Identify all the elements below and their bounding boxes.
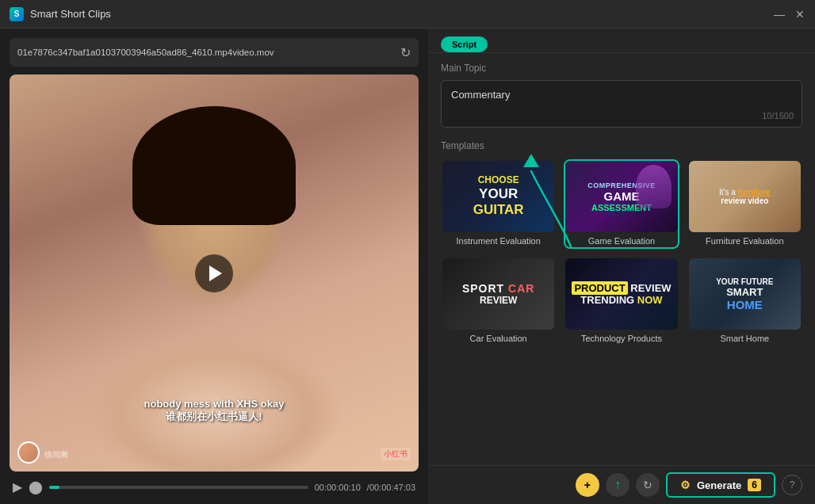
home-overlay: YOUR FUTURE SMART HOME bbox=[689, 258, 801, 330]
main-topic-label: Main Topic bbox=[441, 63, 802, 74]
title-bar: S Smart Short Clips — ✕ bbox=[0, 0, 815, 29]
tech-overlay: PRODUCT REVIEW TRENDING NOW bbox=[565, 258, 677, 330]
template-label-tech: Technology Products bbox=[565, 330, 677, 345]
template-label-furniture: Furniture Evaluation bbox=[689, 232, 801, 247]
car-overlay: SPORT CAR REVIEW bbox=[442, 258, 554, 330]
template-thumb-guitar: CHOOSE YOUR GUITAR bbox=[442, 161, 554, 232]
help-button[interactable]: ? bbox=[782, 475, 802, 495]
template-car-evaluation[interactable]: SPORT CAR REVIEW Car Evaluation bbox=[441, 257, 556, 346]
templates-section: Templates CHOOSE YOUR GUITAR Instrumen bbox=[428, 134, 815, 465]
car-review: REVIEW bbox=[462, 295, 534, 306]
video-subtitle: nobody mess with XHS okay 谁都别在小红书逼人! bbox=[144, 398, 285, 424]
templates-label: Templates bbox=[441, 140, 802, 151]
controls-bar: ▶ ⬤ 00:00:00:10 /00:00:47:03 bbox=[10, 479, 419, 494]
template-label-car: Car Evaluation bbox=[442, 330, 554, 345]
app-title: Smart Short Clips bbox=[30, 8, 111, 20]
platform-badge: 小红书 bbox=[381, 448, 411, 460]
furniture-overlay: It's a furniture review video bbox=[689, 161, 801, 232]
generate-count: 6 bbox=[748, 479, 761, 491]
time-current: 00:00:00:10 bbox=[315, 483, 361, 492]
topic-text: Commentary bbox=[451, 89, 510, 101]
guitar-overlay: CHOOSE YOUR GUITAR bbox=[442, 161, 554, 232]
generate-label: Generate bbox=[697, 479, 741, 491]
template-thumb-furniture: It's a furniture review video bbox=[689, 161, 801, 232]
play-pause-button[interactable]: ▶ bbox=[13, 479, 22, 494]
template-thumb-tech: PRODUCT REVIEW TRENDING NOW bbox=[565, 258, 677, 330]
guitar-guitar: GUITAR bbox=[473, 202, 524, 218]
template-label-game: Game Evaluation bbox=[565, 232, 677, 247]
template-smart-home[interactable]: YOUR FUTURE SMART HOME Smart Home bbox=[687, 257, 802, 346]
add-button[interactable]: + bbox=[576, 473, 599, 497]
right-panel: Script Main Topic Commentary 10/1500 Tem… bbox=[428, 29, 815, 504]
main-layout: 01e7876c347baf1a01037003946a50ad86_4610.… bbox=[0, 29, 815, 504]
template-instrument-evaluation[interactable]: CHOOSE YOUR GUITAR Instrument Evaluation bbox=[441, 159, 556, 249]
stop-button[interactable]: ⬤ bbox=[29, 479, 43, 494]
car-text: SPORT CAR REVIEW bbox=[462, 282, 534, 306]
car-car: CAR bbox=[508, 282, 534, 295]
char-count: 10/1500 bbox=[762, 111, 794, 120]
video-player: nobody mess with XHS okay 谁都别在小红书逼人! 徐闰阁… bbox=[10, 74, 419, 472]
refresh-file-button[interactable]: ↻ bbox=[400, 45, 411, 60]
app-icon: S bbox=[10, 7, 24, 21]
play-icon bbox=[209, 265, 222, 281]
template-label-home: Smart Home bbox=[689, 330, 801, 345]
generate-icon: ⚙ bbox=[680, 479, 691, 491]
avatar bbox=[17, 441, 40, 464]
furniture-its: It's a bbox=[719, 188, 738, 197]
subtitle-line2: 谁都别在小红书逼人! bbox=[144, 410, 285, 424]
video-hair bbox=[132, 106, 296, 225]
template-thumb-car: SPORT CAR REVIEW bbox=[442, 258, 554, 330]
tech-now: NOW bbox=[637, 294, 663, 306]
template-label-guitar: Instrument Evaluation bbox=[442, 232, 554, 247]
tech-text: PRODUCT REVIEW TRENDING NOW bbox=[572, 282, 671, 306]
refresh-button[interactable]: ↻ bbox=[636, 473, 660, 497]
title-bar-left: S Smart Short Clips bbox=[10, 7, 111, 21]
main-topic-section: Main Topic Commentary 10/1500 bbox=[428, 53, 815, 134]
top-section: Script bbox=[428, 29, 815, 53]
tech-trending: TRENDING NOW bbox=[572, 294, 671, 306]
tech-review-label: REVIEW bbox=[630, 282, 671, 294]
template-technology-products[interactable]: PRODUCT REVIEW TRENDING NOW Technology P… bbox=[564, 257, 679, 346]
progress-fill bbox=[49, 486, 59, 489]
script-tab[interactable]: Script bbox=[441, 36, 488, 52]
template-thumb-game: COMPREHENSIVE GAME ASSESSMENT bbox=[565, 161, 677, 232]
guitar-text: CHOOSE YOUR GUITAR bbox=[473, 174, 524, 218]
username-badge: 徐闰阁 bbox=[44, 449, 68, 460]
game-person bbox=[636, 165, 672, 208]
upload-button[interactable]: ↑ bbox=[606, 473, 629, 497]
home-smart: SMART bbox=[716, 286, 773, 298]
minimize-button[interactable]: — bbox=[774, 9, 785, 20]
close-button[interactable]: ✕ bbox=[794, 9, 805, 20]
furniture-word: furniture bbox=[738, 188, 771, 197]
templates-grid: CHOOSE YOUR GUITAR Instrument Evaluation bbox=[441, 159, 802, 346]
game-overlay: COMPREHENSIVE GAME ASSESSMENT bbox=[565, 161, 677, 232]
furniture-text: It's a furniture review video bbox=[719, 188, 771, 205]
furniture-review: review video bbox=[719, 197, 771, 205]
guitar-your: YOUR bbox=[473, 186, 524, 202]
tech-product-label: PRODUCT bbox=[572, 281, 627, 295]
subtitle-line1: nobody mess with XHS okay bbox=[144, 398, 285, 410]
title-bar-controls: — ✕ bbox=[774, 9, 805, 20]
home-text: YOUR FUTURE SMART HOME bbox=[716, 277, 773, 311]
home-home: HOME bbox=[716, 298, 773, 311]
home-your: YOUR FUTURE bbox=[716, 277, 773, 286]
file-name: 01e7876c347baf1a01037003946a50ad86_4610.… bbox=[17, 48, 394, 57]
progress-bar[interactable] bbox=[49, 486, 308, 489]
tech-product: PRODUCT REVIEW bbox=[572, 282, 671, 294]
left-panel: 01e7876c347baf1a01037003946a50ad86_4610.… bbox=[0, 29, 428, 504]
bottom-bar: + ↑ ↻ ⚙ Generate 6 ? bbox=[428, 465, 815, 504]
play-button[interactable] bbox=[195, 254, 233, 292]
template-thumb-home: YOUR FUTURE SMART HOME bbox=[689, 258, 801, 330]
template-furniture-evaluation[interactable]: It's a furniture review video Furniture … bbox=[687, 159, 802, 249]
guitar-choose: CHOOSE bbox=[473, 174, 524, 185]
car-sport: SPORT CAR bbox=[462, 282, 534, 295]
topic-input-area[interactable]: Commentary 10/1500 bbox=[441, 80, 802, 128]
generate-button[interactable]: ⚙ Generate 6 bbox=[666, 472, 775, 498]
time-total: /00:00:47:03 bbox=[367, 483, 415, 492]
tab-indicator: Script bbox=[441, 36, 802, 52]
template-game-evaluation[interactable]: COMPREHENSIVE GAME ASSESSMENT Game Evalu… bbox=[564, 159, 679, 249]
file-bar: 01e7876c347baf1a01037003946a50ad86_4610.… bbox=[10, 38, 419, 67]
video-background: nobody mess with XHS okay 谁都别在小红书逼人! 徐闰阁… bbox=[10, 74, 419, 472]
